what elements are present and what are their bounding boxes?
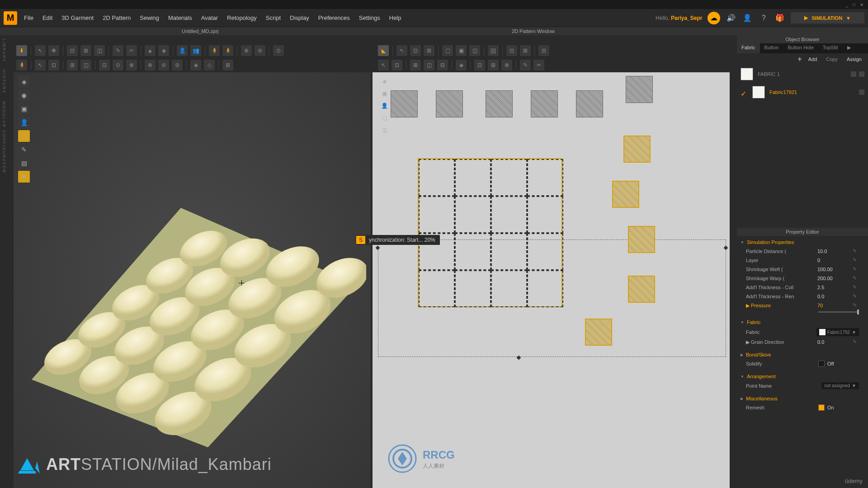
tool-scissor-3d[interactable]: ✂ — [126, 45, 137, 56]
edit-icon[interactable]: ✎ — [853, 284, 859, 291]
pattern-piece[interactable] — [391, 90, 418, 117]
fabric-item-1[interactable]: FABRIC 1 — [737, 65, 868, 83]
fabric-opt-icon[interactable] — [859, 71, 864, 77]
edit-icon[interactable]: ✎ — [853, 293, 859, 300]
tool-2d-3[interactable]: ⊞ — [424, 45, 434, 56]
pattern-piece-selected[interactable] — [628, 276, 655, 303]
file-tab-2d[interactable]: 2D Pattern Window — [506, 28, 560, 35]
tool-pose2-3d[interactable]: 🧍 — [222, 45, 233, 56]
menu-avatar[interactable]: Avatar — [201, 14, 218, 21]
tool-2d-r2-5[interactable]: ⊟ — [437, 60, 448, 70]
left-tool-3[interactable]: ▣ — [18, 103, 30, 115]
tool-r2-4[interactable]: ⊞ — [67, 60, 78, 70]
file-tab-3d[interactable]: Untitled_MD.zprj — [176, 28, 224, 35]
viewport-3d[interactable] — [14, 72, 371, 488]
fabric-opt-icon[interactable] — [859, 89, 864, 95]
tool-2d-r2-4[interactable]: ◫ — [424, 60, 434, 70]
edit-icon[interactable]: ✎ — [853, 257, 859, 263]
simulation-button[interactable]: SIMULATION ▼ — [791, 12, 864, 23]
help-icon[interactable]: ? — [758, 13, 769, 23]
tool-r2-3[interactable]: ⊡ — [48, 60, 59, 70]
pattern-piece[interactable] — [436, 90, 463, 117]
gift-icon[interactable]: 🎁 — [774, 13, 785, 23]
tool-2d-p3[interactable]: 👤 — [379, 100, 390, 111]
left-tool-2[interactable]: ◉ — [18, 89, 30, 101]
tool-a-3d[interactable]: ▲ — [145, 45, 156, 56]
tool-avatar2-3d[interactable]: 👥 — [190, 45, 201, 56]
tool-edit-3d[interactable]: ⊡ — [67, 45, 78, 56]
menu-file[interactable]: File — [24, 14, 33, 21]
sidebar-library[interactable]: LIBRARY — [0, 35, 8, 66]
tool-r2-13[interactable]: ◇ — [204, 60, 215, 70]
tab-topstitch[interactable]: TopStit — [818, 43, 843, 53]
tool-2d-r2-7[interactable]: ⊡ — [474, 60, 485, 70]
pattern-piece[interactable] — [531, 90, 558, 117]
menu-edit[interactable]: Edit — [42, 14, 52, 21]
tool-2d-1[interactable]: ↖ — [396, 45, 407, 56]
tool-2d-r2-8[interactable]: ⊞ — [488, 60, 499, 70]
tool-2d-8[interactable]: ⊡ — [506, 45, 517, 56]
remesh-checkbox[interactable] — [818, 404, 825, 411]
menu-preferences[interactable]: Preferences — [318, 14, 350, 21]
pattern-piece[interactable] — [486, 90, 513, 117]
prop-value[interactable]: 0.0 — [817, 294, 849, 299]
copy-button[interactable]: Copy — [823, 56, 840, 63]
menu-help[interactable]: Help — [389, 14, 401, 21]
edit-icon[interactable]: ✎ — [853, 339, 859, 345]
tool-avatar1-3d[interactable]: 👤 — [177, 45, 188, 56]
tool-2d-p5[interactable]: ◫ — [379, 125, 390, 136]
speaker-icon[interactable]: 🔊 — [726, 13, 736, 23]
tab-more[interactable]: ▶ — [843, 43, 855, 53]
tool-r2-5[interactable]: ◫ — [80, 60, 91, 70]
left-tool-1[interactable]: ◈ — [18, 76, 30, 88]
tool-arrow-3d[interactable]: ↖ — [35, 45, 46, 56]
prop-value[interactable]: 100.00 — [817, 267, 849, 272]
menu-display[interactable]: Display — [290, 14, 309, 21]
tab-button-hole[interactable]: Button Hole — [783, 43, 818, 53]
tool-2d-r2-1[interactable]: ↖ — [378, 60, 389, 70]
section-misc[interactable]: Miscellaneous — [741, 394, 864, 403]
left-tool-7[interactable]: ▤ — [18, 157, 30, 169]
edit-icon[interactable]: ✎ — [853, 248, 859, 254]
tool-2d-5[interactable]: ▣ — [456, 45, 467, 56]
tool-r2-14[interactable]: ⊞ — [222, 60, 233, 70]
tool-2d-9[interactable]: ⊞ — [520, 45, 531, 56]
section-bond-skive[interactable]: Bond/Skive — [741, 350, 864, 359]
menu-materials[interactable]: Materials — [168, 14, 192, 21]
tool-2d-6[interactable]: ◫ — [469, 45, 480, 56]
tool-2d-r2-9[interactable]: ⊗ — [501, 60, 512, 70]
pattern-piece[interactable] — [626, 76, 653, 103]
tool-r2-8[interactable]: ⊗ — [126, 60, 137, 70]
minimize-icon[interactable]: _ — [845, 2, 848, 7]
tool-edit3-3d[interactable]: ◫ — [94, 45, 105, 56]
pattern-piece-selected[interactable] — [585, 319, 612, 346]
tool-r2-10[interactable]: ⊖ — [158, 60, 169, 70]
prop-value[interactable]: 0.0 — [817, 339, 849, 345]
menu-script[interactable]: Script — [266, 14, 281, 21]
prop-value[interactable]: 2.5 — [817, 285, 849, 290]
tool-2d-r2-6[interactable]: ◈ — [456, 60, 467, 70]
tool-2d-r2-2[interactable]: ⊡ — [392, 60, 402, 70]
tool-r2-7[interactable]: ⊙ — [113, 60, 123, 70]
sidebar-modular[interactable]: MODULAR CONFIGURATOR — [0, 98, 8, 177]
edit-icon[interactable]: ✎ — [853, 266, 859, 272]
menu-3d-garment[interactable]: 3D Garment — [61, 14, 94, 21]
tool-z-3d[interactable]: ⊙ — [273, 45, 284, 56]
tool-r2-9[interactable]: ⊕ — [145, 60, 156, 70]
section-fabric[interactable]: Fabric — [741, 318, 864, 327]
edit-icon[interactable]: ✎ — [853, 275, 859, 282]
tool-2d-p1[interactable]: ◈ — [379, 76, 390, 87]
tool-2d-2[interactable]: ⊡ — [410, 45, 421, 56]
pattern-grid-main[interactable] — [418, 158, 562, 307]
tool-r2-12[interactable]: ◈ — [190, 60, 201, 70]
cloud-icon[interactable]: ☁ — [708, 12, 720, 24]
tool-x-3d[interactable]: ⊗ — [241, 45, 252, 56]
sidebar-history[interactable]: HISTORY — [0, 66, 8, 98]
tool-2d-select[interactable]: ◣ — [378, 45, 389, 56]
menu-sewing[interactable]: Sewing — [140, 14, 159, 21]
pattern-piece-selected[interactable] — [623, 136, 651, 163]
app-logo[interactable]: M — [4, 11, 17, 25]
left-tool-8[interactable]: ⊕ — [18, 171, 30, 183]
left-tool-5[interactable]: ▢ — [18, 130, 30, 142]
tool-b-3d[interactable]: ◈ — [158, 45, 169, 56]
